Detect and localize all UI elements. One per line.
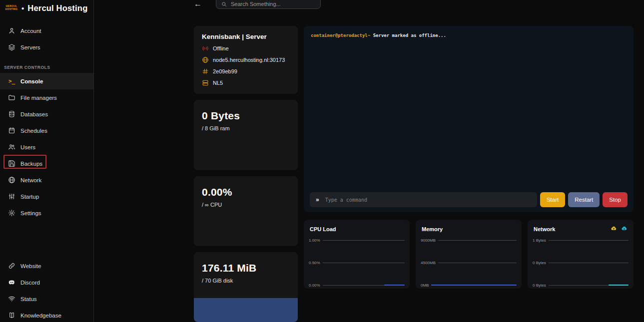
start-button[interactable]: Start bbox=[540, 192, 565, 207]
hercul-logo-icon: HERCULHOSTING bbox=[5, 5, 18, 11]
wifi-icon bbox=[8, 295, 15, 303]
command-input[interactable] bbox=[325, 197, 531, 203]
y-tick-label: 0.00% bbox=[309, 283, 320, 288]
sidebar-item-label: Startup bbox=[20, 194, 39, 200]
gridline-row: 9000MB bbox=[421, 238, 517, 243]
console-command-row: » Start Restart Stop bbox=[310, 192, 628, 207]
sidebar-item-label: Databases bbox=[20, 111, 48, 117]
cpu-limit-label: / ∞ CPU bbox=[202, 202, 290, 208]
gridline-row: 0 Bytes bbox=[533, 260, 629, 265]
sidebar-item-backups[interactable]: Backups bbox=[0, 155, 93, 172]
network-series-line bbox=[609, 285, 629, 286]
sidebar-item-servers[interactable]: Servers bbox=[0, 39, 93, 55]
sidebar-item-label: Account bbox=[20, 28, 41, 34]
sidebar-main-group: Account Servers bbox=[0, 22, 93, 55]
server-node-row: NL5 bbox=[202, 79, 290, 86]
sidebar-item-console[interactable]: >_ Console bbox=[0, 73, 93, 89]
sidebar-item-label: Schedules bbox=[20, 128, 47, 134]
gridline-row: 0 Bytes bbox=[533, 283, 629, 288]
disk-usage-value: 176.11 MiB bbox=[202, 262, 290, 274]
restart-button[interactable]: Restart bbox=[568, 192, 600, 207]
sidebar-item-account[interactable]: Account bbox=[0, 22, 93, 39]
gridline-row: 0.50% bbox=[309, 260, 405, 265]
disk-limit-label: / 70 GiB disk bbox=[202, 278, 290, 284]
gear-icon bbox=[8, 209, 15, 217]
folder-icon bbox=[8, 94, 15, 101]
console-prompt: container@pterodactyl~ bbox=[311, 33, 370, 38]
discord-icon bbox=[8, 279, 15, 286]
gridline-row: 0MB bbox=[421, 283, 517, 288]
sidebar-item-knowledgebase[interactable]: Knowledgebase bbox=[0, 307, 93, 322]
brand-bullet: • bbox=[21, 4, 24, 12]
server-id-row: 2e09eb99 bbox=[202, 68, 290, 75]
sidebar-footer-group: Website Discord Status Knowledgebase bbox=[0, 258, 93, 322]
broadcast-offline-icon bbox=[202, 45, 209, 52]
cpu-usage-value: 0.00% bbox=[202, 186, 290, 198]
brand-title: Hercul Hosting bbox=[27, 3, 87, 13]
sidebar-item-label: Knowledgebase bbox=[20, 313, 61, 319]
server-node: NL5 bbox=[213, 80, 223, 86]
y-tick-label: 1 Bytes bbox=[533, 238, 546, 243]
link-icon bbox=[8, 262, 15, 270]
server-controls-section-label: SERVER CONTROLS bbox=[4, 65, 50, 70]
sidebar-item-label: Console bbox=[20, 78, 43, 84]
book-icon bbox=[8, 312, 15, 319]
server-address-row: node5.herculhosting.nl:30173 bbox=[202, 56, 290, 63]
ram-usage-value: 0 Bytes bbox=[202, 110, 290, 122]
gridline-row: 1 Bytes bbox=[533, 238, 629, 243]
sidebar-item-label: Backups bbox=[20, 161, 42, 167]
search-input[interactable] bbox=[231, 1, 315, 7]
chart-title: Network bbox=[534, 226, 555, 232]
users-icon bbox=[8, 143, 15, 151]
cloud-download-icon bbox=[621, 225, 628, 232]
cpu-stat-card: 0.00% / ∞ CPU bbox=[194, 176, 298, 246]
ram-limit-label: / 8 GiB ram bbox=[202, 125, 290, 131]
cloud-upload-icon bbox=[611, 225, 617, 232]
command-bar[interactable]: » bbox=[310, 192, 537, 207]
y-tick-label: 0 Bytes bbox=[533, 261, 546, 265]
sidebar-item-label: Status bbox=[20, 296, 37, 302]
save-icon bbox=[8, 160, 15, 167]
sidebar-item-status[interactable]: Status bbox=[0, 291, 93, 307]
sidebar-item-label: Servers bbox=[20, 44, 40, 50]
sidebar-item-website[interactable]: Website bbox=[0, 258, 93, 274]
sidebar-item-label: Discord bbox=[20, 280, 40, 286]
sidebar-item-label: Website bbox=[20, 263, 41, 269]
sidebar-item-startup[interactable]: Startup bbox=[0, 188, 93, 205]
server-status-row: Offline bbox=[202, 45, 290, 52]
sidebar-item-schedules[interactable]: Schedules bbox=[0, 122, 93, 139]
console-message: Server marked as offline... bbox=[370, 33, 446, 38]
server-info-card: Kennisbank | Server Offline node5.hercul… bbox=[194, 26, 298, 94]
server-status: Offline bbox=[213, 45, 229, 51]
sidebar-item-users[interactable]: Users bbox=[0, 139, 93, 155]
sidebar-item-file-managers[interactable]: File managers bbox=[0, 89, 93, 106]
sidebar-item-settings[interactable]: Settings bbox=[0, 205, 93, 221]
cpu-load-chart: CPU Load 1.00% 0.50% 0.00% bbox=[304, 220, 410, 289]
double-chevron-icon: » bbox=[316, 196, 319, 203]
gridline-row: 4500MB bbox=[421, 260, 517, 265]
chart-title: CPU Load bbox=[310, 226, 336, 232]
sidebar-item-label: Network bbox=[20, 177, 41, 183]
stop-button[interactable]: Stop bbox=[603, 192, 628, 207]
sidebar-item-network[interactable]: Network bbox=[0, 172, 93, 188]
disk-usage-bar bbox=[194, 298, 298, 322]
console-log: container@pterodactyl~ Server marked as … bbox=[311, 33, 446, 38]
chart-title: Memory bbox=[422, 226, 443, 232]
user-icon bbox=[8, 27, 15, 34]
y-tick-label: 1.00% bbox=[309, 238, 320, 243]
terminal-icon: >_ bbox=[8, 77, 15, 85]
network-legend bbox=[611, 225, 628, 232]
calendar-icon bbox=[8, 127, 15, 134]
server-title: Kennisbank | Server bbox=[202, 33, 290, 40]
sliders-icon bbox=[8, 193, 15, 200]
back-button[interactable]: ← bbox=[194, 0, 202, 8]
brand-header[interactable]: HERCULHOSTING • Hercul Hosting bbox=[0, 0, 93, 16]
search-bar[interactable] bbox=[216, 0, 321, 9]
search-icon bbox=[221, 1, 227, 7]
server-address: node5.herculhosting.nl:30173 bbox=[213, 57, 285, 63]
sidebar-item-databases[interactable]: Databases bbox=[0, 106, 93, 122]
y-tick-label: 0.50% bbox=[309, 261, 320, 265]
sidebar: HERCULHOSTING • Hercul Hosting Account S… bbox=[0, 0, 94, 322]
sidebar-item-discord[interactable]: Discord bbox=[0, 274, 93, 291]
hash-icon bbox=[202, 68, 209, 75]
